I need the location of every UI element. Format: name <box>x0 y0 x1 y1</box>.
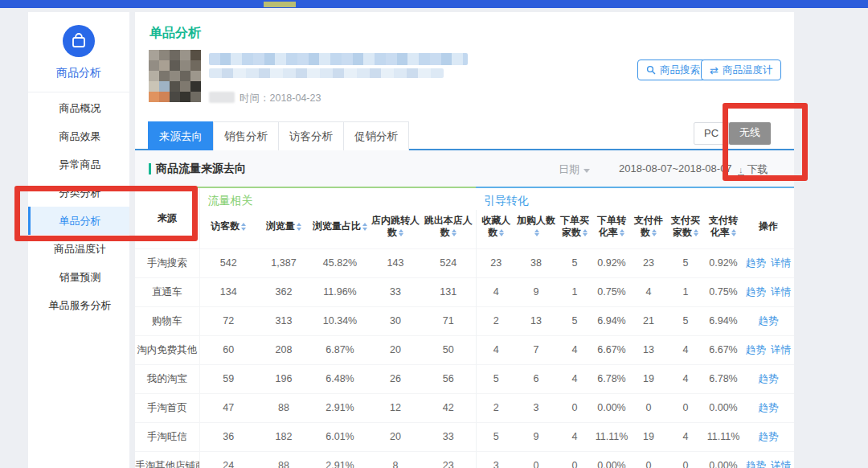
trend-link[interactable]: 趋势 <box>759 373 779 384</box>
column-header[interactable]: 店内跳转人数 <box>370 210 421 248</box>
data-cell: 5 <box>476 422 516 451</box>
column-header[interactable]: 支付买家数 <box>667 210 704 248</box>
product-listed-time: 时间：2018-04-23 <box>240 92 321 105</box>
data-cell: 42 <box>421 393 476 422</box>
data-cell: 542 <box>199 248 257 277</box>
sort-icon[interactable] <box>652 228 657 238</box>
data-cell: 9 <box>516 422 556 451</box>
trend-link[interactable]: 趋势 <box>746 286 766 298</box>
date-dropdown[interactable]: 日期 <box>559 162 590 177</box>
column-header[interactable]: 加购人数 <box>516 210 556 248</box>
trend-link[interactable]: 趋势 <box>759 431 779 442</box>
detail-link[interactable]: 详情 <box>771 344 791 355</box>
trend-link[interactable]: 趋势 <box>746 344 766 355</box>
sidebar-item[interactable]: 异常商品 <box>28 150 129 179</box>
sidebar-item[interactable]: 单品服务分析 <box>28 291 129 319</box>
sidebar-item[interactable]: 单品分析 <box>28 207 129 235</box>
download-link[interactable]: ↓下载 <box>738 162 768 177</box>
source-cell: 手淘搜索 <box>135 248 199 277</box>
source-cell: 手淘首页 <box>135 393 199 422</box>
search-icon <box>646 65 656 75</box>
data-cell: 1 <box>667 277 704 306</box>
data-cell: 23 <box>630 248 667 277</box>
detail-link[interactable]: 详情 <box>771 257 791 269</box>
tab[interactable]: 销售分析 <box>213 121 279 150</box>
sort-icon[interactable] <box>297 222 301 232</box>
column-header[interactable]: 下单买家数 <box>556 210 593 248</box>
data-cell: 13 <box>516 306 556 335</box>
data-cell: 1 <box>556 277 593 306</box>
sort-icon[interactable] <box>534 228 539 238</box>
sort-icon[interactable] <box>731 228 736 238</box>
data-cell: 6.48% <box>310 364 370 393</box>
data-cell: 143 <box>370 248 421 277</box>
trend-link[interactable]: 趋势 <box>759 402 779 413</box>
product-search-button[interactable]: 商品搜索 <box>637 60 709 80</box>
data-cell: 6.94% <box>704 306 743 335</box>
sidebar-item[interactable]: 商品概况 <box>28 94 129 122</box>
trend-link[interactable]: 趋势 <box>746 257 766 269</box>
data-cell: 2.91% <box>310 451 370 468</box>
toggle-wireless-button[interactable]: 无线 <box>729 122 771 145</box>
data-cell: 38 <box>516 248 556 277</box>
column-header[interactable]: 支付转化率 <box>704 210 743 248</box>
data-cell: 0.92% <box>593 248 630 277</box>
column-header[interactable]: 浏览量占比 <box>310 210 370 248</box>
sort-icon[interactable] <box>241 222 246 232</box>
column-header[interactable]: 访客数 <box>199 210 257 248</box>
data-cell: 19 <box>630 422 667 451</box>
source-cell: 手淘其他店铺商品 <box>135 451 199 468</box>
data-cell: 13 <box>630 335 667 364</box>
trend-link[interactable]: 趋势 <box>746 460 766 468</box>
tab[interactable]: 访客分析 <box>278 121 344 150</box>
data-cell: 19 <box>630 364 667 393</box>
data-cell: 11.11% <box>593 422 630 451</box>
column-header[interactable]: 下单转化率 <box>593 210 630 248</box>
sidebar: 商品分析 商品概况商品效果异常商品分类分析单品分析商品温度计销量预测单品服务分析 <box>28 12 129 468</box>
data-cell: 50 <box>421 335 476 364</box>
data-cell: 6.78% <box>704 364 743 393</box>
main-panel: 单品分析 时间：2018-04-23 商品搜索 ⇄ 商品温度计 来源去向销售分析… <box>135 12 794 468</box>
product-thermometer-button[interactable]: ⇄ 商品温度计 <box>701 60 781 80</box>
data-cell: 5 <box>556 248 593 277</box>
trend-link[interactable]: 趋势 <box>759 315 779 326</box>
sort-icon[interactable] <box>399 228 403 238</box>
column-header[interactable]: 浏览量 <box>257 210 310 248</box>
sidebar-item[interactable]: 商品温度计 <box>28 235 129 263</box>
chevron-down-icon <box>583 169 590 173</box>
data-cell: 2 <box>476 393 516 422</box>
toggle-pc-button[interactable]: PC <box>694 122 729 145</box>
sort-icon[interactable] <box>499 228 504 238</box>
column-header[interactable]: 收藏人数 <box>476 210 516 248</box>
sidebar-item[interactable]: 分类分析 <box>28 179 129 207</box>
sort-icon[interactable] <box>620 228 624 238</box>
data-cell: 88 <box>257 393 310 422</box>
section-marker <box>149 163 151 174</box>
detail-link[interactable]: 详情 <box>771 460 791 468</box>
action-cell: 趋势详情 <box>743 248 794 277</box>
source-cell: 购物车 <box>135 306 199 335</box>
sort-icon[interactable] <box>362 222 367 232</box>
column-header[interactable]: 支付件数 <box>630 210 667 248</box>
date-range-value[interactable]: 2018-08-07~2018-08-07 <box>619 162 732 174</box>
sidebar-item[interactable]: 商品效果 <box>28 122 129 150</box>
tab[interactable]: 促销分析 <box>343 121 409 150</box>
data-cell: 5 <box>476 364 516 393</box>
sort-icon[interactable] <box>452 228 457 238</box>
sort-icon[interactable] <box>583 228 588 238</box>
tab[interactable]: 来源去向 <box>148 121 214 150</box>
product-title-blurred <box>209 53 468 65</box>
column-header-source: 来源 <box>135 187 199 248</box>
column-header[interactable]: 跳出本店人数 <box>421 210 476 248</box>
data-cell: 0 <box>630 451 667 468</box>
product-search-label: 商品搜索 <box>660 64 700 77</box>
data-cell: 20 <box>370 422 421 451</box>
detail-link[interactable]: 详情 <box>771 286 791 298</box>
data-cell: 21 <box>630 306 667 335</box>
data-cell: 362 <box>257 277 310 306</box>
sort-icon[interactable] <box>694 228 698 238</box>
data-cell: 88 <box>257 451 310 468</box>
sidebar-item[interactable]: 销量预测 <box>28 263 129 291</box>
data-cell: 59 <box>199 364 257 393</box>
sidebar-app-title: 商品分析 <box>28 66 129 80</box>
